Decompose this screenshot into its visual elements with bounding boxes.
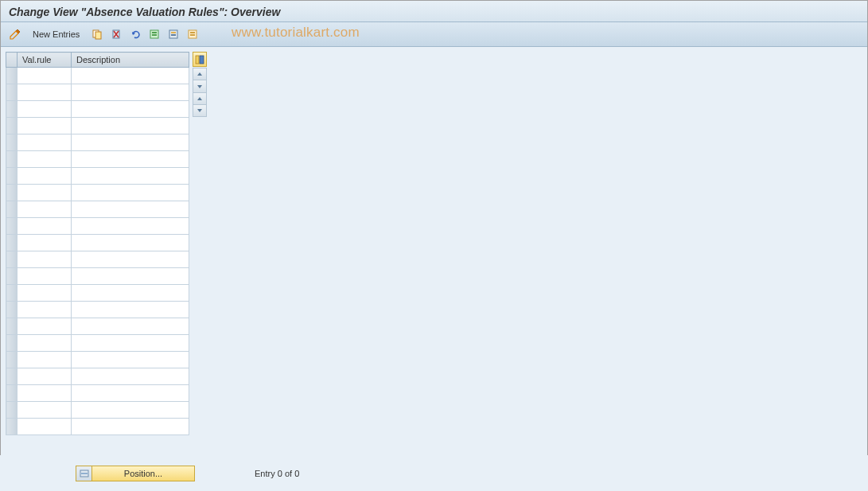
svg-rect-12 xyxy=(190,32,195,33)
cell-valrule[interactable] xyxy=(18,68,72,84)
cell-valrule[interactable] xyxy=(18,251,72,268)
cell-description[interactable] xyxy=(72,218,189,235)
delete-icon[interactable] xyxy=(108,26,124,42)
cell-valrule[interactable] xyxy=(18,268,72,285)
cell-valrule[interactable] xyxy=(18,419,72,435)
cell-description[interactable] xyxy=(72,84,189,101)
table-row xyxy=(6,402,189,419)
row-selector[interactable] xyxy=(6,352,18,368)
cell-valrule[interactable] xyxy=(18,368,72,385)
cell-valrule[interactable] xyxy=(18,218,72,235)
row-selector[interactable] xyxy=(6,218,18,235)
title-bar: Change View "Absence Valuation Rules": O… xyxy=(1,1,867,22)
cell-description[interactable] xyxy=(72,419,189,435)
row-selector-header[interactable] xyxy=(6,53,18,68)
row-selector[interactable] xyxy=(6,151,18,168)
row-selector[interactable] xyxy=(6,118,18,134)
table-row xyxy=(6,335,189,352)
change-mode-icon[interactable] xyxy=(7,26,23,42)
row-selector[interactable] xyxy=(6,168,18,185)
table-row xyxy=(6,235,189,251)
cell-description[interactable] xyxy=(72,235,189,251)
cell-description[interactable] xyxy=(72,318,189,335)
row-selector[interactable] xyxy=(6,302,18,318)
table-row xyxy=(6,285,189,302)
cell-valrule[interactable] xyxy=(18,285,72,302)
row-selector[interactable] xyxy=(6,385,18,402)
row-selector[interactable] xyxy=(6,285,18,302)
scroll-down-page-button[interactable] xyxy=(193,92,206,104)
cell-description[interactable] xyxy=(72,185,189,201)
cell-valrule[interactable] xyxy=(18,134,72,151)
cell-description[interactable] xyxy=(72,402,189,419)
cell-description[interactable] xyxy=(72,151,189,168)
row-selector[interactable] xyxy=(6,185,18,201)
cell-description[interactable] xyxy=(72,118,189,134)
cell-description[interactable] xyxy=(72,201,189,218)
cell-description[interactable] xyxy=(72,385,189,402)
data-table: Val.rule Description xyxy=(6,52,189,435)
table-row xyxy=(6,185,189,201)
cell-valrule[interactable] xyxy=(18,151,72,168)
cell-valrule[interactable] xyxy=(18,302,72,318)
table-row xyxy=(6,302,189,318)
row-selector[interactable] xyxy=(6,134,18,151)
cell-valrule[interactable] xyxy=(18,84,72,101)
scroll-down-button[interactable] xyxy=(193,104,206,116)
row-selector[interactable] xyxy=(6,335,18,352)
entry-status-text: Entry 0 of 0 xyxy=(255,469,299,478)
cell-valrule[interactable] xyxy=(18,235,72,251)
row-selector[interactable] xyxy=(6,419,18,435)
deselect-all-icon[interactable] xyxy=(185,26,200,42)
row-selector[interactable] xyxy=(6,68,18,84)
undo-icon[interactable] xyxy=(127,26,143,42)
copy-icon[interactable] xyxy=(89,26,105,42)
cell-valrule[interactable] xyxy=(18,352,72,368)
row-selector[interactable] xyxy=(6,402,18,419)
select-all-icon[interactable] xyxy=(146,26,162,42)
row-selector[interactable] xyxy=(6,101,18,118)
cell-description[interactable] xyxy=(72,368,189,385)
vertical-scrollbar[interactable] xyxy=(193,68,207,117)
row-selector[interactable] xyxy=(6,251,18,268)
row-selector[interactable] xyxy=(6,84,18,101)
cell-description[interactable] xyxy=(72,134,189,151)
cell-description[interactable] xyxy=(72,101,189,118)
position-button[interactable]: Position... xyxy=(76,466,195,481)
cell-description[interactable] xyxy=(72,285,189,302)
table-settings-button[interactable] xyxy=(193,52,207,67)
cell-description[interactable] xyxy=(72,168,189,185)
row-selector[interactable] xyxy=(6,368,18,385)
table-row xyxy=(6,368,189,385)
svg-rect-1 xyxy=(95,32,101,39)
cell-valrule[interactable] xyxy=(18,385,72,402)
table-area: Val.rule Description xyxy=(6,52,862,435)
row-selector[interactable] xyxy=(6,318,18,335)
cell-valrule[interactable] xyxy=(18,402,72,419)
svg-rect-10 xyxy=(171,34,176,36)
cell-valrule[interactable] xyxy=(18,168,72,185)
cell-description[interactable] xyxy=(72,352,189,368)
column-header-valrule[interactable]: Val.rule xyxy=(18,53,72,68)
cell-description[interactable] xyxy=(72,335,189,352)
select-block-icon[interactable] xyxy=(165,26,181,42)
cell-valrule[interactable] xyxy=(18,118,72,134)
cell-valrule[interactable] xyxy=(18,318,72,335)
svg-rect-13 xyxy=(190,34,195,36)
cell-description[interactable] xyxy=(72,268,189,285)
row-selector[interactable] xyxy=(6,268,18,285)
cell-valrule[interactable] xyxy=(18,335,72,352)
column-header-description[interactable]: Description xyxy=(72,53,189,68)
cell-valrule[interactable] xyxy=(18,185,72,201)
table-row xyxy=(6,201,189,218)
cell-description[interactable] xyxy=(72,251,189,268)
new-entries-button[interactable]: New Entries xyxy=(28,28,84,41)
scroll-up-page-button[interactable] xyxy=(193,80,206,92)
cell-valrule[interactable] xyxy=(18,201,72,218)
scroll-up-button[interactable] xyxy=(193,68,206,80)
cell-description[interactable] xyxy=(72,302,189,318)
cell-description[interactable] xyxy=(72,68,189,84)
cell-valrule[interactable] xyxy=(18,101,72,118)
row-selector[interactable] xyxy=(6,201,18,218)
row-selector[interactable] xyxy=(6,235,18,251)
